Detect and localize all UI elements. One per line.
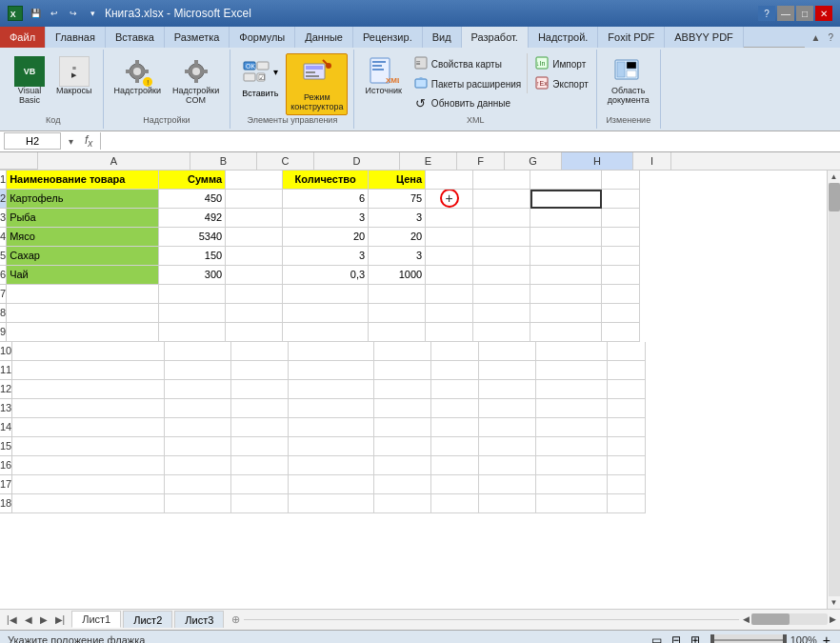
- cell-A15[interactable]: [12, 437, 165, 456]
- view-break-btn[interactable]: ⊞: [688, 633, 703, 643]
- checkbox-control[interactable]: +: [440, 190, 459, 209]
- row-num-11[interactable]: 11: [0, 361, 12, 380]
- cell-D14[interactable]: [289, 418, 374, 437]
- row-num-18[interactable]: 18: [0, 494, 12, 513]
- cell-F15[interactable]: [431, 437, 479, 456]
- cell-d2[interactable]: 6: [283, 190, 369, 209]
- sheet-nav-first[interactable]: |◀: [4, 613, 20, 626]
- cell-i1[interactable]: [602, 171, 640, 190]
- import-btn[interactable]: ↓In Импорт: [531, 55, 590, 73]
- ribbon-collapse-btn[interactable]: ▲: [809, 32, 824, 43]
- cell-a1[interactable]: Наименование товара: [7, 171, 159, 190]
- formula-input[interactable]: [100, 132, 836, 150]
- cell-F12[interactable]: [431, 380, 479, 399]
- col-header-e[interactable]: E: [400, 152, 457, 170]
- cell-f1[interactable]: [426, 171, 473, 190]
- tab-insert[interactable]: Вставка: [106, 27, 165, 48]
- cell-G8[interactable]: [473, 304, 530, 323]
- scroll-up-btn[interactable]: ▲: [829, 171, 840, 183]
- cell-E9[interactable]: [369, 323, 426, 342]
- row-num-10[interactable]: 10: [0, 342, 12, 361]
- cell-G7[interactable]: [473, 285, 530, 304]
- cell-E17[interactable]: [374, 475, 431, 494]
- cell-E14[interactable]: [374, 418, 431, 437]
- tab-layout[interactable]: Разметка: [165, 27, 230, 48]
- cell-A13[interactable]: [12, 399, 165, 418]
- cell-F14[interactable]: [431, 418, 479, 437]
- cell-F9[interactable]: [426, 323, 473, 342]
- cell-f2[interactable]: +: [426, 190, 473, 209]
- cell-C12[interactable]: [231, 380, 289, 399]
- cell-H8[interactable]: [530, 304, 602, 323]
- cell-h1[interactable]: [530, 171, 602, 190]
- cell-F8[interactable]: [426, 304, 473, 323]
- ribbon-help-btn[interactable]: ?: [825, 32, 836, 43]
- cell-e5[interactable]: 3: [369, 247, 426, 266]
- cell-B15[interactable]: [165, 437, 231, 456]
- tab-data[interactable]: Данные: [295, 27, 353, 48]
- cell-h2[interactable]: [530, 190, 602, 209]
- cell-b2[interactable]: 450: [159, 190, 226, 209]
- cell-A12[interactable]: [12, 380, 165, 399]
- sheet-nav-prev[interactable]: ◀: [22, 613, 35, 626]
- tab-file[interactable]: Файл: [0, 27, 46, 48]
- cell-G14[interactable]: [479, 418, 536, 437]
- cell-B17[interactable]: [165, 475, 231, 494]
- hscroll-right[interactable]: ▶: [830, 614, 836, 624]
- cell-E16[interactable]: [374, 456, 431, 475]
- cell-b4[interactable]: 5340: [159, 228, 226, 247]
- cell-i4[interactable]: [602, 228, 640, 247]
- cell-A9[interactable]: [7, 323, 159, 342]
- tab-view[interactable]: Вид: [423, 27, 462, 48]
- sheet-nav-last[interactable]: ▶|: [52, 613, 69, 626]
- cell-f5[interactable]: [426, 247, 473, 266]
- hscroll-left[interactable]: ◀: [743, 614, 750, 624]
- cell-F16[interactable]: [431, 456, 479, 475]
- cell-b5[interactable]: 150: [159, 247, 226, 266]
- cell-b1[interactable]: Сумма: [159, 171, 226, 190]
- tab-home[interactable]: Главная: [46, 27, 106, 48]
- cell-G17[interactable]: [479, 475, 536, 494]
- cell-F7[interactable]: [426, 285, 473, 304]
- tab-foxit[interactable]: Foxit PDF: [598, 27, 665, 48]
- nadstroyki-btn[interactable]: ! Надстройки: [110, 53, 166, 99]
- cell-I8[interactable]: [602, 304, 640, 323]
- cell-E18[interactable]: [374, 494, 431, 513]
- row-num-2[interactable]: 2: [0, 190, 7, 209]
- cell-C7[interactable]: [226, 285, 283, 304]
- cell-a4[interactable]: Мясо: [7, 228, 159, 247]
- cell-h4[interactable]: [530, 228, 602, 247]
- cell-I15[interactable]: [608, 437, 646, 456]
- cell-D15[interactable]: [289, 437, 374, 456]
- cell-G9[interactable]: [473, 323, 530, 342]
- cell-B10[interactable]: [165, 342, 231, 361]
- cell-i2[interactable]: [602, 190, 640, 209]
- cell-f3[interactable]: [426, 209, 473, 228]
- cell-D12[interactable]: [289, 380, 374, 399]
- sheet-tab-list3[interactable]: Лист3: [174, 611, 224, 628]
- cell-D8[interactable]: [283, 304, 369, 323]
- cell-G18[interactable]: [479, 494, 536, 513]
- col-header-f[interactable]: F: [457, 152, 505, 170]
- quick-save-btn[interactable]: 💾: [27, 6, 44, 21]
- cell-a6[interactable]: Чай: [7, 266, 159, 285]
- cell-C10[interactable]: [231, 342, 289, 361]
- cell-F10[interactable]: [431, 342, 479, 361]
- cell-I16[interactable]: [608, 456, 646, 475]
- row-num-6[interactable]: 6: [0, 266, 7, 285]
- export-btn[interactable]: ↑Ex Экспорт: [531, 75, 590, 93]
- cell-c2[interactable]: [226, 190, 283, 209]
- cell-A11[interactable]: [12, 361, 165, 380]
- cell-g5[interactable]: [473, 247, 530, 266]
- cell-d6[interactable]: 0,3: [283, 266, 369, 285]
- cell-e3[interactable]: 3: [369, 209, 426, 228]
- minimize-btn[interactable]: —: [777, 6, 794, 21]
- quick-redo-btn[interactable]: ↪: [65, 6, 82, 21]
- cell-a3[interactable]: Рыба: [7, 209, 159, 228]
- cell-I10[interactable]: [608, 342, 646, 361]
- visual-basic-btn[interactable]: VB VisualBasic: [10, 53, 50, 109]
- oblast-btn[interactable]: Областьдокумента: [603, 53, 654, 109]
- row-num-9[interactable]: 9: [0, 323, 7, 342]
- cell-c4[interactable]: [226, 228, 283, 247]
- col-header-h[interactable]: H: [562, 152, 633, 170]
